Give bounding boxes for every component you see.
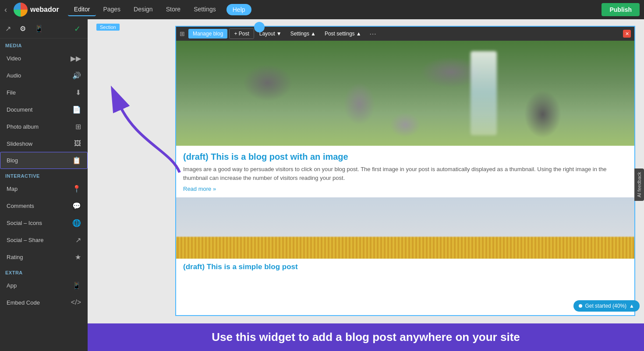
post1-description: Images are a good way to persuade visito…	[176, 165, 634, 186]
blog-toolbar: ⊞ Manage blog + Post Layout ▼ Settings ▲…	[176, 27, 634, 41]
photo-album-icon: ⊞	[75, 123, 81, 131]
logo-text: webador	[30, 6, 59, 14]
sidebar-item-slideshow[interactable]: Slideshow 🖼	[0, 135, 88, 152]
help-button[interactable]: Help	[226, 4, 251, 15]
post1-image	[176, 41, 634, 146]
slideshow-icon: 🖼	[74, 140, 81, 147]
post-settings-dropdown[interactable]: Post settings ▲	[321, 29, 365, 39]
manage-blog-button[interactable]: Manage blog	[188, 29, 227, 39]
blog-tb-widget-icon: ⊞	[180, 30, 185, 37]
video-icon: ▶▶	[71, 54, 81, 63]
sidebar-item-rating[interactable]: Rating ★	[0, 249, 88, 266]
get-started-button[interactable]: Get started (40%) ▲	[573, 300, 640, 312]
sidebar-item-label: Comments	[7, 203, 34, 209]
external-link-icon[interactable]: ↗	[4, 23, 13, 35]
map-icon: 📍	[72, 185, 81, 193]
sidebar-toolbar: ↗ ⚙ 📱 ✓	[0, 19, 88, 39]
sunflowers-element	[176, 237, 634, 259]
post1-title[interactable]: (draft) This is a blog post with an imag…	[176, 146, 634, 165]
logo: webador	[14, 3, 59, 17]
app-icon: 📱	[72, 281, 81, 290]
sidebar-item-label: Video	[7, 55, 21, 62]
tab-pages[interactable]: Pages	[97, 3, 127, 16]
blog-widget: ⊞ Manage blog + Post Layout ▼ Settings ▲…	[175, 26, 635, 316]
sidebar-item-label: Blog	[7, 157, 18, 164]
file-icon: ⬇	[75, 88, 81, 97]
sidebar-item-label: Social – Share	[7, 237, 44, 243]
sidebar-item-comments[interactable]: Comments 💬	[0, 197, 88, 214]
post2-title[interactable]: (draft) This is a simple blog post	[176, 259, 634, 274]
top-nav: ‹ webador Editor Pages Design Store Sett…	[0, 0, 644, 19]
sidebar-item-label: Photo album	[7, 123, 39, 130]
tab-editor[interactable]: Editor	[68, 3, 96, 16]
sidebar-item-embed-code[interactable]: Embed Code </>	[0, 294, 88, 311]
rocks-background	[176, 41, 634, 146]
settings-dropdown[interactable]: Settings ▲	[287, 29, 319, 39]
ai-feedback-tab[interactable]: AI feedback	[634, 168, 644, 201]
main-layout: ↗ ⚙ 📱 ✓ MEDIA Video ▶▶ Audio 🔊 File ⬇ Do…	[0, 19, 644, 351]
tab-settings[interactable]: Settings	[188, 3, 222, 16]
sidebar-item-label: File	[7, 89, 16, 96]
sidebar-item-file[interactable]: File ⬇	[0, 84, 88, 101]
more-options-button[interactable]: ⋯	[367, 29, 379, 39]
sidebar-item-map[interactable]: Map 📍	[0, 180, 88, 197]
sidebar-item-label: Map	[7, 186, 18, 192]
interactive-section-label: INTERACTIVE	[0, 169, 88, 180]
tooltip-text: Use this widget to add a blog post anywh…	[212, 330, 520, 344]
add-post-button[interactable]: + Post	[229, 28, 254, 39]
back-button[interactable]: ‹	[4, 5, 7, 14]
extra-section-label: EXTRA	[0, 266, 88, 277]
sidebar-item-audio[interactable]: Audio 🔊	[0, 67, 88, 84]
get-started-label: Get started (40%)	[585, 303, 626, 309]
sidebar-item-label: App	[7, 282, 17, 289]
post1-read-more[interactable]: Read more »	[176, 186, 634, 197]
sky-element	[176, 197, 634, 240]
audio-icon: 🔊	[72, 71, 81, 80]
embed-icon: </>	[71, 298, 81, 306]
social-icons-icon: 🌐	[72, 219, 81, 227]
nav-tabs: Editor Pages Design Store Settings	[68, 3, 222, 16]
check-icon[interactable]: ✓	[74, 24, 81, 34]
logo-icon	[14, 3, 28, 17]
sidebar-item-document[interactable]: Document 📄	[0, 101, 88, 118]
sidebar: ↗ ⚙ 📱 ✓ MEDIA Video ▶▶ Audio 🔊 File ⬇ Do…	[0, 19, 88, 351]
sidebar-item-label: Rating	[7, 254, 23, 260]
tab-design[interactable]: Design	[127, 3, 159, 16]
sidebar-item-label: Audio	[7, 72, 21, 79]
sidebar-item-label: Social – Icons	[7, 220, 42, 226]
sidebar-item-social-share[interactable]: Social – Share ↗	[0, 232, 88, 249]
mobile-icon[interactable]: 📱	[33, 23, 45, 35]
comments-icon: 💬	[72, 202, 81, 210]
sidebar-item-photo-album[interactable]: Photo album ⊞	[0, 118, 88, 135]
sidebar-item-video[interactable]: Video ▶▶	[0, 50, 88, 67]
progress-indicator	[254, 22, 265, 32]
sidebar-item-blog[interactable]: Blog 📋	[0, 152, 88, 169]
social-share-icon: ↗	[75, 236, 81, 244]
settings-icon[interactable]: ⚙	[18, 23, 28, 35]
rating-icon: ★	[75, 253, 81, 261]
get-started-chevron: ▲	[629, 303, 634, 309]
close-button[interactable]: ✕	[623, 30, 631, 38]
tooltip-bar: Use this widget to add a blog post anywh…	[88, 323, 644, 351]
tab-store[interactable]: Store	[160, 3, 187, 16]
content-area: Section ⊞ Manage blog + Post Layout ▼ Se…	[88, 19, 644, 351]
section-bar: Section	[96, 24, 120, 31]
sidebar-item-label: Embed Code	[7, 299, 40, 306]
sidebar-item-social-icons[interactable]: Social – Icons 🌐	[0, 214, 88, 232]
media-section-label: MEDIA	[0, 39, 88, 50]
sidebar-item-label: Document	[7, 106, 32, 113]
blog-content: (draft) This is a blog post with an imag…	[176, 41, 634, 314]
document-icon: 📄	[72, 105, 81, 114]
sidebar-item-app[interactable]: App 📱	[0, 277, 88, 294]
blog-icon: 📋	[72, 156, 81, 165]
waterfall-element	[471, 51, 497, 135]
sidebar-item-label: Slideshow	[7, 140, 32, 147]
post2-image	[176, 197, 634, 259]
publish-button[interactable]: Publish	[602, 3, 640, 16]
get-started-icon	[579, 304, 582, 308]
